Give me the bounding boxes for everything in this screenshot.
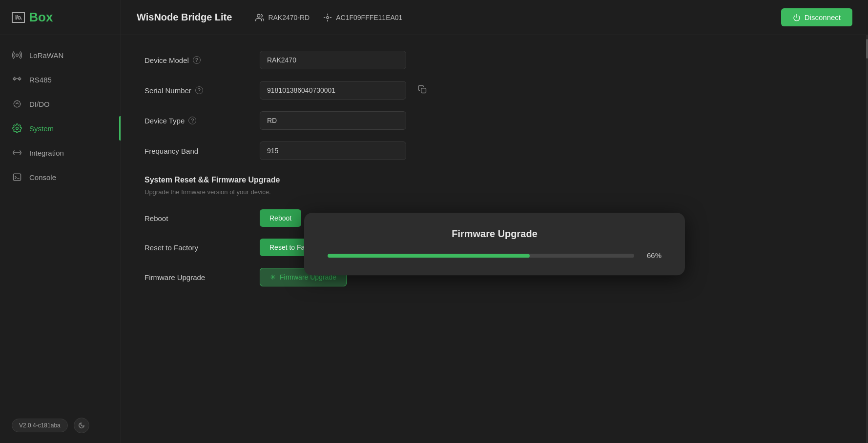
nav-menu: LoRaWAN RS485 <box>0 35 121 408</box>
help-icon-device-model[interactable]: ? <box>193 56 201 64</box>
sidebar-item-rs485[interactable]: RS485 <box>0 67 121 92</box>
theme-toggle-button[interactable] <box>74 418 89 433</box>
sidebar-item-integration[interactable]: Integration <box>0 141 121 165</box>
lorawan-icon <box>12 50 22 60</box>
sidebar-label-dido: DI/DO <box>29 100 50 108</box>
sidebar-label-system: System <box>29 124 54 133</box>
field-device-type: Device Type ? <box>145 111 845 130</box>
field-label-device-model: Device Model ? <box>145 56 252 64</box>
system-icon <box>12 123 22 134</box>
progress-percentage: 66% <box>642 251 661 260</box>
input-device-type[interactable] <box>260 111 406 130</box>
model-value: RAK2470-RD <box>268 14 310 21</box>
scroll-indicator <box>866 35 868 443</box>
mac-value: AC1F09FFFE11EA01 <box>336 14 402 21</box>
progress-bar-container: 66% <box>328 251 661 260</box>
reboot-button[interactable]: Reboot <box>260 209 301 227</box>
help-icon-serial[interactable]: ? <box>195 86 203 94</box>
field-device-model: Device Model ? <box>145 51 845 69</box>
field-label-reset-factory: Reset to Factory <box>145 243 252 252</box>
field-label-device-type: Device Type ? <box>145 117 252 125</box>
input-device-model[interactable] <box>260 51 406 69</box>
field-label-serial-number: Serial Number ? <box>145 86 252 95</box>
sidebar-label-console: Console <box>29 173 56 181</box>
version-area: V2.0.4-c181aba <box>0 408 121 443</box>
device-name: WisNode Bridge Lite <box>137 12 232 23</box>
svg-point-9 <box>16 127 19 130</box>
logo-box: I/o. <box>12 12 25 23</box>
svg-point-14 <box>327 16 329 19</box>
spinner-icon: ✳ <box>270 273 276 281</box>
dido-icon <box>12 99 22 109</box>
copy-serial-icon[interactable] <box>418 85 427 96</box>
section-subtitle: Upgrade the firmware version of your dev… <box>145 188 845 196</box>
disconnect-button[interactable]: Disconnect <box>781 8 852 26</box>
rs485-icon <box>12 74 22 85</box>
scroll-thumb <box>866 39 868 59</box>
section-title: System Reset && Firmware Upgrade <box>145 176 845 184</box>
input-freq-band[interactable] <box>260 141 406 160</box>
sidebar-label-lorawan: LoRaWAN <box>29 51 63 60</box>
svg-rect-11 <box>14 174 21 180</box>
firmware-upgrade-overlay: Firmware Upgrade 66% <box>304 213 685 275</box>
header: WisNode Bridge Lite RAK2470-RD <box>121 0 868 35</box>
input-serial-number[interactable] <box>260 81 406 100</box>
field-freq-band: Frequancy Band <box>145 141 845 160</box>
sidebar-item-dido[interactable]: DI/DO <box>0 92 121 116</box>
field-label-firmware: Firmware Upgrade <box>145 273 252 282</box>
sidebar-label-integration: Integration <box>29 149 64 157</box>
console-icon <box>12 172 22 182</box>
sidebar-label-rs485: RS485 <box>29 76 52 84</box>
field-serial-number: Serial Number ? <box>145 81 845 100</box>
field-label-freq-band: Frequancy Band <box>145 147 252 155</box>
progress-bar-fill <box>328 254 530 258</box>
integration-icon <box>12 147 22 158</box>
version-badge: V2.0.4-c181aba <box>12 419 68 432</box>
section-header: System Reset && Firmware Upgrade Upgrade… <box>145 176 845 196</box>
sidebar: I/o. Box LoRaWAN <box>0 0 121 443</box>
svg-point-8 <box>14 101 20 107</box>
main-content: WisNode Bridge Lite RAK2470-RD <box>121 0 868 443</box>
device-mac-meta: AC1F09FFFE11EA01 <box>323 13 402 22</box>
logo-area: I/o. Box <box>0 0 121 35</box>
svg-point-13 <box>257 14 260 17</box>
sidebar-item-system[interactable]: System <box>0 116 121 141</box>
progress-bar-bg <box>328 254 634 258</box>
device-model-meta: RAK2470-RD <box>255 13 310 22</box>
header-meta: RAK2470-RD AC1F09FFFE11EA01 <box>255 13 765 22</box>
sidebar-item-console[interactable]: Console <box>0 165 121 189</box>
overlay-title: Firmware Upgrade <box>328 228 661 240</box>
help-icon-device-type[interactable]: ? <box>188 117 196 124</box>
svg-rect-20 <box>421 88 426 93</box>
sidebar-item-lorawan[interactable]: LoRaWAN <box>0 43 121 67</box>
field-label-reboot: Reboot <box>145 214 252 222</box>
svg-point-0 <box>16 54 19 57</box>
logo-brand: Box <box>29 10 53 25</box>
content-area: Device Model ? Serial Number ? Device Ty <box>121 35 868 443</box>
